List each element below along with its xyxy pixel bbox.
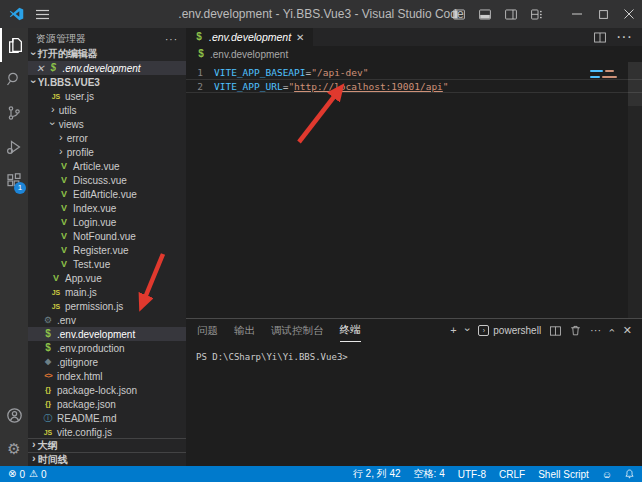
panel-tab-输出[interactable]: 输出: [234, 319, 255, 342]
kill-terminal-icon[interactable]: [570, 325, 581, 336]
account-icon[interactable]: [0, 398, 28, 432]
tree-item-user.js[interactable]: JSuser.js: [28, 89, 186, 103]
search-icon[interactable]: [0, 62, 28, 96]
tree-item-Discuss.vue[interactable]: VDiscuss.vue: [28, 173, 186, 187]
code-line-1[interactable]: 1VITE_APP_BASEAPI="/api-dev": [186, 65, 642, 79]
tree-item-Register.vue[interactable]: VRegister.vue: [28, 243, 186, 257]
minimap[interactable]: [590, 70, 624, 82]
vue-file-icon: V: [59, 218, 69, 227]
close-window-icon[interactable]: [616, 0, 642, 28]
tree-item-label: profile: [67, 147, 94, 158]
tree-item-main.js[interactable]: JSmain.js: [28, 285, 186, 299]
tree-item-label: Login.vue: [73, 217, 116, 228]
settings-gear-icon[interactable]: ⚙: [0, 432, 28, 466]
tree-item-Index.vue[interactable]: VIndex.vue: [28, 201, 186, 215]
tree-item-package.json[interactable]: {}package.json: [28, 397, 186, 411]
explorer-icon[interactable]: [0, 28, 28, 62]
tree-item-App.vue[interactable]: VApp.vue: [28, 271, 186, 285]
outline-section[interactable]: › 大纲: [28, 438, 186, 452]
editor-more-actions-icon[interactable]: ···: [616, 28, 632, 46]
split-terminal-icon[interactable]: [550, 326, 561, 336]
encoding-setting[interactable]: UTF-8: [458, 469, 486, 480]
vue-file-icon: V: [59, 176, 69, 185]
editor-tab-bar: $ .env.development ✕ ···: [186, 28, 642, 46]
feedback-icon[interactable]: ☺: [602, 469, 612, 480]
timeline-section[interactable]: › 时间线: [28, 452, 186, 466]
run-debug-icon[interactable]: [0, 130, 28, 164]
line-number: 2: [186, 81, 214, 92]
tree-item-vite.config.js[interactable]: JSvite.config.js: [28, 425, 186, 439]
new-terminal-icon[interactable]: +: [450, 325, 456, 336]
git-file-icon: ◆: [43, 358, 53, 366]
tree-item-.env[interactable]: ⚙.env: [28, 313, 186, 327]
toggle-secondary-sidebar-icon[interactable]: [498, 0, 524, 28]
open-editors-section[interactable]: › 打开的编辑器: [28, 47, 186, 61]
tree-item-.env.production[interactable]: $.env.production: [28, 341, 186, 355]
terminal-output[interactable]: PS D:\CSharp\Yi\Yi.BBS.Vue3>: [186, 342, 642, 362]
chevron-down-icon: ›: [28, 79, 39, 83]
tree-item-Login.vue[interactable]: VLogin.vue: [28, 215, 186, 229]
tree-item-.gitignore[interactable]: ◆.gitignore: [28, 355, 186, 369]
close-panel-icon[interactable]: ✕: [623, 325, 632, 336]
tree-item-package-lock.json[interactable]: {}package-lock.json: [28, 383, 186, 397]
indentation-setting[interactable]: 空格: 4: [414, 467, 445, 481]
tree-item-Test.vue[interactable]: VTest.vue: [28, 257, 186, 271]
tree-item-label: EditArticle.vue: [73, 189, 137, 200]
tree-item-label: README.md: [57, 413, 116, 424]
file-tree: JSuser.js›utils›views›error›profileVArti…: [28, 89, 186, 439]
html-file-icon: <>: [43, 372, 53, 380]
editor-region: $ .env.development ✕ ··· $ .env.developm…: [186, 28, 642, 466]
warnings-indicator[interactable]: ⚠ 0: [29, 469, 47, 480]
window-title: .env.development - Yi.BBS.Vue3 - Visual …: [178, 7, 463, 21]
panel-tab-终端[interactable]: 终端: [340, 319, 361, 342]
maximize-panel-icon[interactable]: ›: [606, 329, 617, 333]
code-line-2[interactable]: 2VITE_APP_URL="http://localhost:19001/ap…: [186, 79, 642, 93]
project-section[interactable]: › YI.BBS.VUE3: [28, 75, 186, 89]
tree-item-error[interactable]: ›error: [28, 131, 186, 145]
minimize-icon[interactable]: [564, 0, 590, 28]
tree-item-README.md[interactable]: ⓘREADME.md: [28, 411, 186, 425]
tree-item-Article.vue[interactable]: VArticle.vue: [28, 159, 186, 173]
close-tab-icon[interactable]: ✕: [296, 32, 304, 43]
sidebar-more-actions-icon[interactable]: ···: [165, 34, 178, 45]
tree-item-label: package-lock.json: [57, 385, 137, 396]
warning-icon: ⚠: [29, 469, 38, 479]
toggle-panel-icon[interactable]: [472, 0, 498, 28]
tree-item-utils[interactable]: ›utils: [28, 103, 186, 117]
toggle-sidebar-icon[interactable]: [446, 0, 472, 28]
errors-indicator[interactable]: ⊗ 0: [8, 469, 25, 480]
notifications-bell-icon[interactable]: [625, 469, 634, 479]
maximize-icon[interactable]: [590, 0, 616, 28]
tree-item-EditArticle.vue[interactable]: VEditArticle.vue: [28, 187, 186, 201]
tree-item-profile[interactable]: ›profile: [28, 145, 186, 159]
panel-more-actions-icon[interactable]: ···: [590, 325, 601, 336]
extensions-icon[interactable]: 1: [0, 164, 28, 198]
panel-tab-问题[interactable]: 问题: [197, 319, 218, 342]
tree-item-NotFound.vue[interactable]: VNotFound.vue: [28, 229, 186, 243]
split-editor-icon[interactable]: [594, 32, 606, 43]
shell-label: powershell: [493, 325, 541, 336]
panel-tab-调试控制台[interactable]: 调试控制台: [271, 319, 324, 342]
eol-setting[interactable]: CRLF: [499, 469, 525, 480]
breadcrumb[interactable]: $ .env.development: [186, 46, 642, 62]
menu-hamburger-icon[interactable]: [36, 9, 49, 20]
terminal-shell-picker[interactable]: › powershell: [478, 325, 541, 336]
editor-scrollbar[interactable]: [628, 62, 642, 318]
chevron-right-icon: ›: [59, 132, 63, 143]
cursor-position[interactable]: 行 2, 列 42: [353, 467, 401, 481]
customize-layout-icon[interactable]: [524, 0, 550, 28]
code-editor[interactable]: 1VITE_APP_BASEAPI="/api-dev"2VITE_APP_UR…: [186, 62, 642, 318]
tree-item-.env.development[interactable]: $.env.development: [28, 327, 186, 341]
close-editor-icon[interactable]: ✕: [36, 63, 44, 74]
language-mode[interactable]: Shell Script: [538, 469, 589, 480]
tree-item-label: Register.vue: [73, 245, 129, 256]
open-editor-item[interactable]: ✕ $ .env.development: [28, 61, 186, 75]
tree-item-index.html[interactable]: <>index.html: [28, 369, 186, 383]
editor-tab[interactable]: $ .env.development ✕: [186, 28, 313, 46]
tree-item-views[interactable]: ›views: [28, 117, 186, 131]
tree-item-permission.js[interactable]: JSpermission.js: [28, 299, 186, 313]
source-control-icon[interactable]: [0, 96, 28, 130]
terminal-dropdown-icon[interactable]: ›: [462, 328, 473, 332]
tree-item-label: vite.config.js: [57, 427, 112, 438]
error-icon: ⊗: [8, 469, 16, 479]
